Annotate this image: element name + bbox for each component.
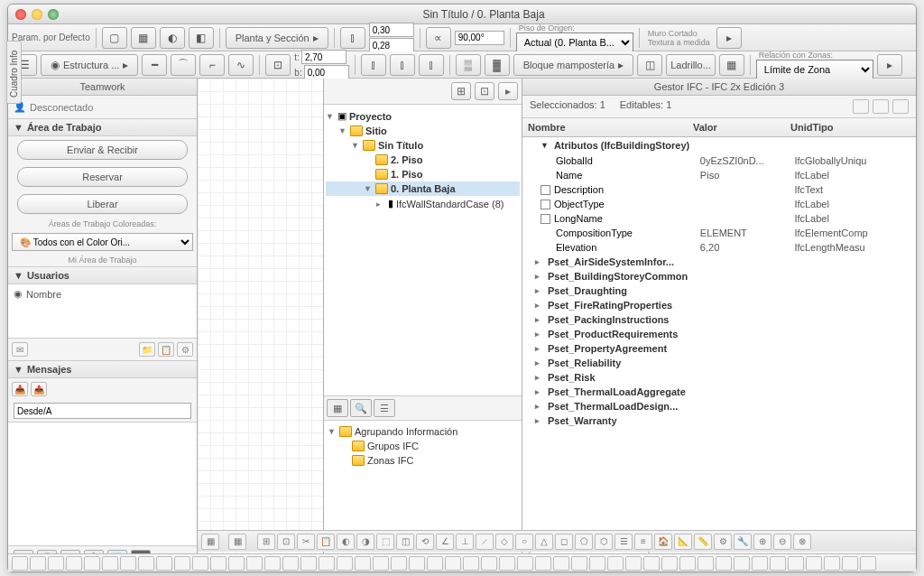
close-icon[interactable] <box>15 9 26 20</box>
tab-search-icon[interactable]: 🔍 <box>350 399 372 417</box>
pattern-icon[interactable]: ▦ <box>719 54 744 76</box>
attr-row[interactable]: DescriptionIfcText <box>522 182 916 197</box>
view-tool-13[interactable]: ⟋ <box>476 534 494 550</box>
dim-top-input[interactable] <box>369 23 414 37</box>
status-tool-20[interactable] <box>373 556 389 571</box>
attr-row[interactable]: Elevation6,20IfcLengthMeasu <box>522 240 916 255</box>
attr-row[interactable]: GlobalId0yEzSZI0nD...IfcGloballyUniqu <box>522 153 916 168</box>
tree-planta-baja[interactable]: ▼0. Planta Baja <box>326 181 520 196</box>
view-tool-20[interactable]: ☰ <box>614 534 633 550</box>
wall-chain-icon[interactable]: ∿ <box>228 54 254 76</box>
ua-1[interactable]: ✉ <box>12 342 28 357</box>
vb-1[interactable]: ▦ <box>201 534 219 550</box>
tree-piso2[interactable]: 2. Piso <box>326 153 520 167</box>
group-ifc[interactable]: Grupos IFC <box>328 439 518 453</box>
view-tool-24[interactable]: 📏 <box>694 534 712 550</box>
maximize-icon[interactable] <box>48 9 59 20</box>
block-button[interactable]: Bloque mampostería ▸ <box>513 54 634 76</box>
view-tool-12[interactable]: ⊥ <box>456 534 474 550</box>
view-tool-17[interactable]: ◻ <box>555 534 573 550</box>
col-type[interactable]: UnidTipo <box>790 122 910 133</box>
status-tool-27[interactable] <box>499 556 515 571</box>
tree-proyecto[interactable]: ▼▣Proyecto <box>326 108 520 124</box>
wall-curved-icon[interactable]: ⌒ <box>171 54 196 76</box>
t-input[interactable] <box>301 50 346 64</box>
status-tool-11[interactable] <box>210 556 226 571</box>
view-tool-21[interactable]: ≡ <box>634 534 652 550</box>
col-type-2[interactable]: ⫿ <box>390 54 415 76</box>
plan-section-button[interactable]: Planta y Sección ▸ <box>226 27 328 49</box>
view-tool-23[interactable]: 📐 <box>674 534 692 550</box>
status-tool-47[interactable] <box>860 556 876 571</box>
status-tool-44[interactable] <box>806 556 822 571</box>
info-panel-tab[interactable]: Cuadro Info <box>6 41 22 104</box>
status-tool-45[interactable] <box>824 556 840 571</box>
tool-btn-2[interactable]: ▦ <box>131 27 156 49</box>
rt-2[interactable] <box>873 99 889 114</box>
view-tool-14[interactable]: ◇ <box>495 534 513 550</box>
status-tool-2[interactable] <box>48 556 64 571</box>
rt-1[interactable] <box>853 99 869 114</box>
group-zones[interactable]: Zonas IFC <box>328 453 518 468</box>
status-tool-42[interactable] <box>770 556 786 571</box>
view-tool-27[interactable]: ⊕ <box>753 534 772 550</box>
status-tool-3[interactable] <box>66 556 82 571</box>
pset-row[interactable]: ▸Pset_AirSideSystemInfor... <box>522 255 916 269</box>
status-tool-35[interactable] <box>643 556 660 571</box>
attr-row[interactable]: NamePisoIfcLabel <box>522 168 916 182</box>
view-tool-16[interactable]: △ <box>535 534 553 550</box>
angle-input[interactable] <box>455 31 504 45</box>
status-tool-9[interactable] <box>174 556 190 571</box>
checkbox-icon[interactable] <box>541 200 550 209</box>
muro-label[interactable]: Muro Cortado <box>645 29 713 38</box>
rt-3[interactable] <box>892 99 909 114</box>
status-tool-25[interactable] <box>463 556 479 571</box>
tab-grid-icon[interactable]: ▦ <box>327 399 348 417</box>
tree-tool-2[interactable]: ⊡ <box>475 82 494 100</box>
view-tool-28[interactable]: ⊖ <box>773 534 791 550</box>
view-tool-29[interactable]: ⊗ <box>793 534 811 550</box>
reserve-button[interactable]: Reservar <box>17 167 187 187</box>
view-tool-18[interactable]: ⬠ <box>575 534 593 550</box>
origin-select[interactable]: Actual (0. Planta B... <box>516 33 633 52</box>
status-tool-21[interactable] <box>391 556 407 571</box>
view-tool-9[interactable]: ◫ <box>396 534 414 550</box>
status-tool-40[interactable] <box>734 556 750 571</box>
pset-row[interactable]: ▸Pset_PackingInstructions <box>522 312 916 327</box>
ua-2[interactable]: 📁 <box>139 342 155 357</box>
view-tool-19[interactable]: ⬡ <box>595 534 613 550</box>
pset-row[interactable]: ▸Pset_ProductRequirements <box>522 327 916 341</box>
status-tool-34[interactable] <box>625 556 642 571</box>
ref-point-icon[interactable]: ⊡ <box>265 54 291 76</box>
column-icon[interactable]: ⫿ <box>340 27 365 49</box>
pset-row[interactable]: ▸Pset_Risk <box>522 370 916 385</box>
status-tool-30[interactable] <box>553 556 569 571</box>
view-tool-15[interactable]: ○ <box>515 534 533 550</box>
view-tool-26[interactable]: 🔧 <box>734 534 752 550</box>
pset-row[interactable]: ▸Pset_ThermalLoadDesign... <box>522 399 916 413</box>
attr-group-header[interactable]: ▼Atributos (IfcBuildingStorey) <box>522 137 916 153</box>
hatch-1[interactable]: ▒ <box>456 54 481 76</box>
tool-btn-1[interactable]: ▢ <box>102 27 127 49</box>
attr-row[interactable]: CompositionTypeELEMENTIfcElementComp <box>522 226 916 240</box>
hatch-2[interactable]: ▓ <box>485 54 510 76</box>
brick-icon[interactable]: ◫ <box>637 54 662 76</box>
col-type-1[interactable]: ⫿ <box>361 54 386 76</box>
col-name[interactable]: Nombre <box>528 122 693 133</box>
view-tool-25[interactable]: ⚙ <box>714 534 732 550</box>
view-tool-8[interactable]: ⬚ <box>376 534 394 550</box>
from-to-input[interactable] <box>14 403 191 419</box>
wall-straight-icon[interactable]: ━ <box>142 54 167 76</box>
dim-bot-input[interactable] <box>369 38 414 52</box>
view-tool-22[interactable]: 🏠 <box>654 534 672 550</box>
view-tool-11[interactable]: ∠ <box>436 534 454 550</box>
status-tool-7[interactable] <box>138 556 154 571</box>
view-tool-6[interactable]: ◐ <box>337 534 355 550</box>
status-tool-18[interactable] <box>337 556 353 571</box>
pset-row[interactable]: ▸Pset_ThermalLoadAggregate <box>522 385 916 399</box>
send-receive-button[interactable]: Enviar & Recibir <box>17 140 187 160</box>
tree-tool-1[interactable]: ⊞ <box>451 82 471 100</box>
status-tool-17[interactable] <box>319 556 335 571</box>
checkbox-icon[interactable] <box>541 185 550 195</box>
status-tool-24[interactable] <box>445 556 461 571</box>
